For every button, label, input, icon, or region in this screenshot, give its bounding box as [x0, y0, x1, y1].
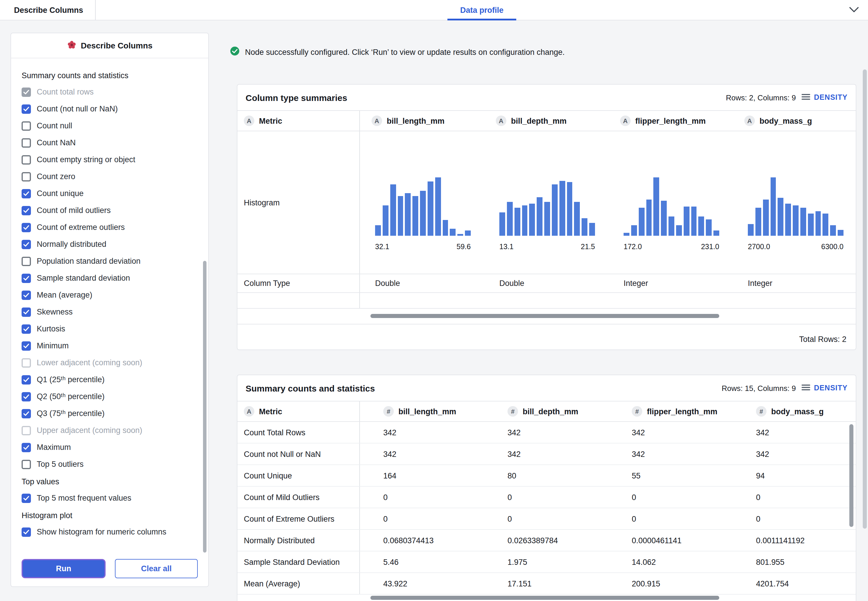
checkbox-label: Kurtosis	[37, 325, 65, 333]
value-cell: 94	[732, 465, 856, 486]
checkbox-row: Count null	[21, 117, 198, 134]
column-header-label: bill_length_mm	[387, 116, 445, 125]
checkbox-unchecked[interactable]	[21, 155, 31, 164]
run-button[interactable]: Run	[21, 559, 106, 578]
column-header-label: bill_depth_mm	[523, 407, 579, 416]
checkbox-unchecked[interactable]	[21, 459, 31, 469]
checkbox-checked[interactable]	[21, 206, 31, 215]
sidebar-scrollbar[interactable]	[203, 261, 207, 552]
column-header: Abill_depth_mm	[484, 111, 608, 131]
checkbox-label: Count (not null or NaN)	[37, 104, 118, 113]
tab-data-profile[interactable]: Data profile	[448, 0, 516, 20]
checkbox-unchecked[interactable]	[21, 172, 31, 181]
column-header: Aflipper_length_mm	[608, 111, 732, 131]
value-cell: 342	[732, 444, 856, 464]
column-header-label: body_mass_g	[771, 407, 824, 416]
column-type-row: Column Type DoubleDoubleIntegerInteger	[238, 274, 856, 293]
checkbox-checked[interactable]	[21, 375, 31, 384]
checkbox-checked[interactable]	[21, 189, 31, 198]
column-header-label: flipper_length_mm	[647, 407, 717, 416]
horizontal-scrollbar[interactable]	[370, 314, 719, 318]
checkbox-checked[interactable]	[21, 104, 31, 113]
histogram-bar	[397, 196, 404, 236]
checkbox-label: Lower adjacent (coming soon)	[37, 358, 142, 367]
histogram-bar	[823, 214, 828, 236]
number-type-badge-icon: #	[507, 406, 518, 416]
histogram-cell: 13.121.5	[484, 131, 608, 274]
histogram-bar	[420, 191, 426, 236]
value-cell: 17.151	[484, 573, 608, 594]
histogram-cell: 172.0231.0	[608, 131, 732, 274]
string-type-badge-icon: A	[372, 116, 382, 126]
checkbox-checked[interactable]	[21, 324, 31, 334]
value-cell: 55	[608, 465, 732, 486]
histogram-bar	[537, 197, 542, 236]
value-cell: 0	[484, 487, 608, 508]
checkbox-checked[interactable]	[21, 273, 31, 283]
value-cell: 0.0680374413	[360, 530, 484, 551]
histogram-bar	[428, 182, 433, 236]
horizontal-scrollbar[interactable]	[370, 596, 719, 600]
histogram-bar	[529, 204, 535, 236]
axis-min-label: 32.1	[375, 243, 389, 251]
checkbox-row: Skewness	[21, 304, 198, 320]
table-header-row: A Metric #bill_length_mm#bill_depth_mm#f…	[238, 401, 856, 422]
histogram-bar	[413, 196, 418, 236]
string-type-badge-icon: A	[244, 406, 254, 416]
histogram-bar	[676, 225, 682, 236]
value-cell: 0	[484, 508, 608, 529]
clear-all-button[interactable]: Clear all	[115, 559, 198, 578]
value-cell: 342	[484, 422, 608, 443]
axis-min-label: 172.0	[624, 243, 642, 251]
checkbox-checked[interactable]	[21, 493, 31, 503]
checkbox-checked[interactable]	[21, 307, 31, 317]
histogram-bar	[624, 233, 629, 236]
table-row: Count of Extreme Outliers0000	[238, 508, 856, 530]
checkbox-unchecked[interactable]	[21, 256, 31, 266]
vertical-scrollbar[interactable]	[849, 424, 853, 527]
value-cell: Integer	[732, 274, 857, 292]
value-cell: 80	[484, 465, 608, 486]
checkbox-checked[interactable]	[21, 239, 31, 249]
column-header: Abill_length_mm	[360, 111, 484, 131]
success-check-icon	[230, 46, 240, 58]
checkbox-checked[interactable]	[21, 442, 31, 452]
checkbox-unchecked[interactable]	[21, 121, 31, 130]
axis-min-label: 13.1	[499, 243, 514, 251]
checkbox-unchecked[interactable]	[21, 138, 31, 147]
app-window: Describe Columns Data profile	[0, 0, 868, 601]
checkbox-label: Top 5 outliers	[37, 460, 84, 468]
histogram-bar	[748, 224, 754, 236]
checkbox-label: Q2 (50ᵗʰ percentile)	[37, 392, 104, 401]
summary-stats-table: A Metric #bill_length_mm#bill_depth_mm#f…	[238, 401, 856, 595]
histogram-plot	[748, 177, 844, 236]
metric-cell: Count not Null or NaN	[238, 444, 360, 464]
checkbox-checked[interactable]	[21, 290, 31, 300]
density-toggle[interactable]: DENSITY	[802, 92, 848, 103]
panel-title: Describe Columns	[81, 41, 152, 50]
card-title: Summary counts and statistics	[245, 383, 375, 393]
checkbox-checked[interactable]	[21, 409, 31, 418]
column-header-label: body_mass_g	[760, 116, 812, 125]
density-toggle[interactable]: DENSITY	[802, 383, 848, 393]
checkbox-label: Count of mild outliers	[37, 206, 111, 215]
row-label: Histogram	[244, 198, 280, 207]
column-header-label: Metric	[259, 407, 282, 416]
metric-column-header: A Metric	[238, 111, 360, 131]
checkbox-label: Count total rows	[37, 87, 94, 96]
checkbox-checked[interactable]	[21, 392, 31, 401]
checkbox-row: Q1 (25ᵗʰ percentile)	[21, 371, 198, 388]
histogram-bar	[435, 177, 441, 236]
checkbox-label: Population standard deviation	[37, 257, 140, 265]
chevron-down-icon[interactable]	[849, 7, 859, 12]
checkbox-checked[interactable]	[21, 223, 31, 232]
checkbox-checked[interactable]	[21, 527, 31, 537]
tab-describe-columns[interactable]: Describe Columns	[0, 0, 96, 20]
value-cell: 0.0000461141	[608, 530, 732, 551]
page-scrollbar[interactable]	[863, 69, 867, 529]
axis-max-label: 6300.0	[821, 243, 844, 251]
value-cell: 0	[608, 508, 732, 529]
checkbox-checked[interactable]	[21, 341, 31, 350]
checkbox-row: Population standard deviation	[21, 253, 198, 270]
value-cell: 342	[360, 422, 484, 443]
